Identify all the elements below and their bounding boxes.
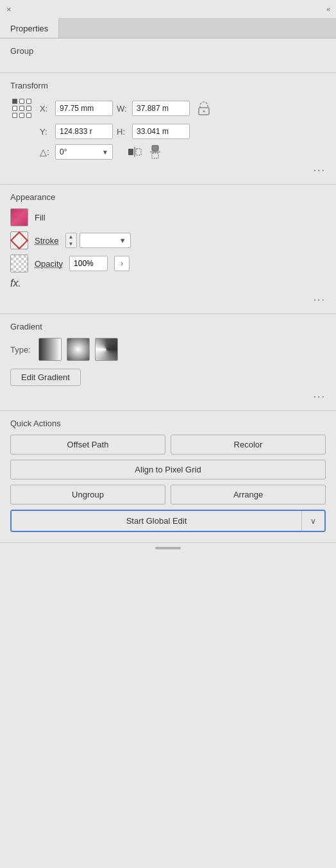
ungroup-button[interactable]: Ungroup bbox=[10, 485, 165, 505]
w-input[interactable] bbox=[132, 101, 190, 116]
lock-icon[interactable] bbox=[196, 101, 212, 116]
quick-actions-title: Quick Actions bbox=[10, 419, 326, 428]
align-pixel-row: Align to Pixel Grid bbox=[10, 460, 326, 480]
fx-label[interactable]: fx. bbox=[10, 278, 326, 289]
h-input[interactable] bbox=[132, 124, 190, 139]
gradient-section: Gradient Type: Edit Gradient ... bbox=[0, 314, 336, 411]
stroke-row: Stroke ▲ ▼ ▼ bbox=[10, 231, 326, 249]
x-input[interactable] bbox=[55, 101, 113, 116]
stroke-up-btn[interactable]: ▲ bbox=[66, 233, 76, 240]
gradient-freeform-thumb[interactable] bbox=[95, 338, 118, 361]
collapse-icon[interactable]: « bbox=[326, 5, 330, 13]
recolor-button[interactable]: Recolor bbox=[171, 435, 326, 455]
reference-point-icon[interactable] bbox=[10, 97, 33, 120]
transform-xy-row: X: W: bbox=[10, 97, 326, 120]
fill-swatch[interactable] bbox=[10, 208, 28, 226]
h-label: H: bbox=[117, 127, 128, 137]
align-pixel-button[interactable]: Align to Pixel Grid bbox=[10, 460, 326, 480]
opacity-swatch bbox=[10, 255, 28, 272]
angle-dropdown-icon: ▼ bbox=[102, 149, 108, 156]
y-input[interactable] bbox=[55, 124, 113, 139]
transform-more-options[interactable]: ... bbox=[10, 162, 326, 174]
svg-rect-5 bbox=[152, 146, 158, 151]
transform-angle-row: △: 0° ▼ bbox=[10, 144, 326, 160]
stroke-stepper[interactable]: ▲ ▼ bbox=[65, 233, 77, 248]
scrollbar-indicator[interactable] bbox=[155, 547, 181, 549]
stroke-controls: ▲ ▼ ▼ bbox=[65, 233, 131, 248]
group-title: Group bbox=[10, 46, 326, 56]
start-global-dropdown[interactable]: ∨ bbox=[301, 511, 324, 531]
flip-horizontal-icon[interactable] bbox=[127, 144, 142, 160]
close-icon[interactable]: × bbox=[6, 4, 12, 14]
opacity-input[interactable] bbox=[69, 256, 108, 271]
gradient-type-label: Type: bbox=[10, 345, 31, 355]
stroke-label[interactable]: Stroke bbox=[35, 236, 59, 246]
transform-section: Transform X: W: bbox=[0, 73, 336, 185]
appearance-more-options[interactable]: ... bbox=[10, 292, 326, 303]
svg-point-1 bbox=[203, 110, 205, 112]
ungroup-arrange-row: Ungroup Arrange bbox=[10, 485, 326, 505]
opacity-row: Opacity › bbox=[10, 255, 326, 272]
flip-icons bbox=[127, 144, 163, 160]
appearance-title: Appearance bbox=[10, 192, 326, 202]
group-section: Group bbox=[0, 38, 336, 73]
svg-rect-6 bbox=[152, 153, 158, 158]
offset-path-button[interactable]: Offset Path bbox=[10, 435, 165, 455]
stroke-dropdown-arrow: ▼ bbox=[119, 237, 126, 244]
opacity-label[interactable]: Opacity bbox=[35, 259, 63, 269]
angle-label: △: bbox=[40, 147, 51, 157]
gradient-title: Gradient bbox=[10, 322, 326, 331]
offset-recolor-row: Offset Path Recolor bbox=[10, 435, 326, 455]
stroke-swatch[interactable] bbox=[10, 231, 28, 249]
opacity-expand-btn[interactable]: › bbox=[114, 256, 130, 271]
quick-actions-grid: Offset Path Recolor Align to Pixel Grid … bbox=[10, 435, 326, 532]
start-global-dropdown-arrow: ∨ bbox=[310, 517, 316, 526]
angle-select[interactable]: 0° ▼ bbox=[55, 144, 113, 160]
tab-properties[interactable]: Properties bbox=[0, 18, 59, 38]
appearance-section: Appearance Fill Stroke ▲ ▼ ▼ Opacity › f… bbox=[0, 185, 336, 314]
transform-title: Transform bbox=[10, 81, 326, 90]
y-label: Y: bbox=[40, 127, 51, 137]
flip-vertical-icon[interactable] bbox=[147, 144, 163, 160]
stroke-weight-dropdown[interactable]: ▼ bbox=[80, 233, 131, 248]
gradient-type-row: Type: bbox=[10, 338, 326, 361]
gradient-more-options[interactable]: ... bbox=[10, 388, 326, 400]
titlebar: × « bbox=[0, 0, 336, 18]
fill-row: Fill bbox=[10, 208, 326, 226]
transform-y-row: Y: H: bbox=[10, 124, 326, 139]
x-label: X: bbox=[40, 104, 51, 113]
gradient-linear-thumb[interactable] bbox=[38, 338, 62, 361]
svg-rect-2 bbox=[128, 149, 133, 155]
svg-rect-3 bbox=[136, 149, 141, 155]
arrange-button[interactable]: Arrange bbox=[171, 485, 326, 505]
start-global-edit-row: Start Global Edit ∨ bbox=[10, 510, 326, 532]
gradient-radial-thumb[interactable] bbox=[67, 338, 90, 361]
stroke-down-btn[interactable]: ▼ bbox=[66, 240, 76, 247]
fill-label: Fill bbox=[35, 213, 46, 222]
quick-actions-section: Quick Actions Offset Path Recolor Align … bbox=[0, 411, 336, 543]
start-global-edit-button[interactable]: Start Global Edit bbox=[12, 511, 301, 531]
edit-gradient-button[interactable]: Edit Gradient bbox=[10, 369, 81, 386]
scrollbar-area bbox=[0, 543, 336, 553]
w-label: W: bbox=[117, 104, 128, 113]
panel-tab-bar: Properties bbox=[0, 18, 336, 38]
